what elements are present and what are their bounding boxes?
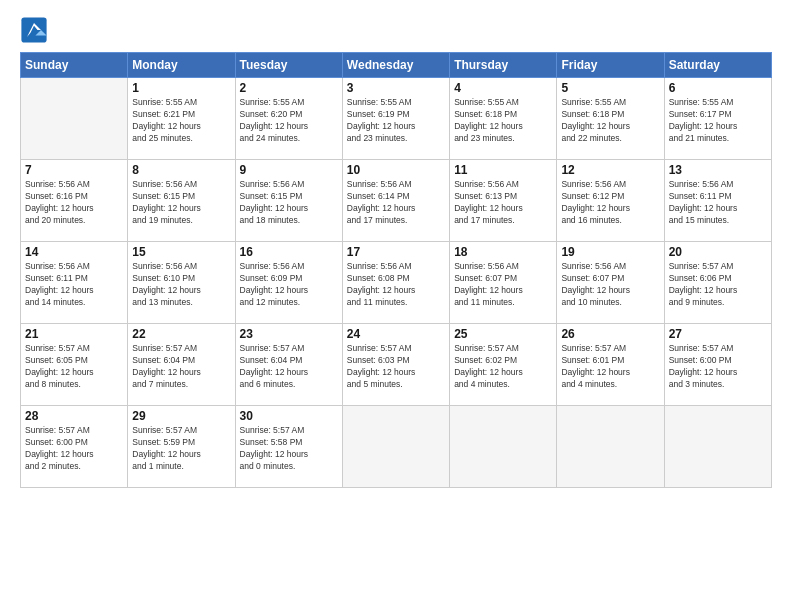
calendar-cell <box>664 406 771 488</box>
calendar-cell: 28Sunrise: 5:57 AMSunset: 6:00 PMDayligh… <box>21 406 128 488</box>
calendar-cell: 15Sunrise: 5:56 AMSunset: 6:10 PMDayligh… <box>128 242 235 324</box>
weekday-header-tuesday: Tuesday <box>235 53 342 78</box>
calendar-cell <box>557 406 664 488</box>
logo-icon <box>20 16 48 44</box>
page: SundayMondayTuesdayWednesdayThursdayFrid… <box>0 0 792 612</box>
weekday-header-friday: Friday <box>557 53 664 78</box>
calendar-cell: 13Sunrise: 5:56 AMSunset: 6:11 PMDayligh… <box>664 160 771 242</box>
calendar-cell: 1Sunrise: 5:55 AMSunset: 6:21 PMDaylight… <box>128 78 235 160</box>
calendar-cell: 9Sunrise: 5:56 AMSunset: 6:15 PMDaylight… <box>235 160 342 242</box>
calendar-cell: 16Sunrise: 5:56 AMSunset: 6:09 PMDayligh… <box>235 242 342 324</box>
day-info: Sunrise: 5:56 AMSunset: 6:15 PMDaylight:… <box>240 179 338 227</box>
day-info: Sunrise: 5:55 AMSunset: 6:19 PMDaylight:… <box>347 97 445 145</box>
calendar-cell: 3Sunrise: 5:55 AMSunset: 6:19 PMDaylight… <box>342 78 449 160</box>
day-number: 30 <box>240 409 338 423</box>
day-info: Sunrise: 5:56 AMSunset: 6:11 PMDaylight:… <box>669 179 767 227</box>
calendar-cell: 24Sunrise: 5:57 AMSunset: 6:03 PMDayligh… <box>342 324 449 406</box>
calendar-cell <box>21 78 128 160</box>
day-number: 1 <box>132 81 230 95</box>
day-number: 8 <box>132 163 230 177</box>
day-number: 18 <box>454 245 552 259</box>
day-info: Sunrise: 5:56 AMSunset: 6:11 PMDaylight:… <box>25 261 123 309</box>
calendar-cell: 6Sunrise: 5:55 AMSunset: 6:17 PMDaylight… <box>664 78 771 160</box>
day-number: 24 <box>347 327 445 341</box>
week-row-5: 28Sunrise: 5:57 AMSunset: 6:00 PMDayligh… <box>21 406 772 488</box>
day-number: 22 <box>132 327 230 341</box>
day-info: Sunrise: 5:56 AMSunset: 6:12 PMDaylight:… <box>561 179 659 227</box>
day-info: Sunrise: 5:56 AMSunset: 6:14 PMDaylight:… <box>347 179 445 227</box>
calendar-table: SundayMondayTuesdayWednesdayThursdayFrid… <box>20 52 772 488</box>
day-number: 25 <box>454 327 552 341</box>
calendar-cell: 22Sunrise: 5:57 AMSunset: 6:04 PMDayligh… <box>128 324 235 406</box>
week-row-1: 1Sunrise: 5:55 AMSunset: 6:21 PMDaylight… <box>21 78 772 160</box>
day-info: Sunrise: 5:56 AMSunset: 6:15 PMDaylight:… <box>132 179 230 227</box>
day-info: Sunrise: 5:57 AMSunset: 6:02 PMDaylight:… <box>454 343 552 391</box>
calendar-cell: 12Sunrise: 5:56 AMSunset: 6:12 PMDayligh… <box>557 160 664 242</box>
day-info: Sunrise: 5:55 AMSunset: 6:20 PMDaylight:… <box>240 97 338 145</box>
day-info: Sunrise: 5:57 AMSunset: 6:04 PMDaylight:… <box>132 343 230 391</box>
week-row-3: 14Sunrise: 5:56 AMSunset: 6:11 PMDayligh… <box>21 242 772 324</box>
day-info: Sunrise: 5:56 AMSunset: 6:13 PMDaylight:… <box>454 179 552 227</box>
calendar-cell: 2Sunrise: 5:55 AMSunset: 6:20 PMDaylight… <box>235 78 342 160</box>
calendar-cell: 27Sunrise: 5:57 AMSunset: 6:00 PMDayligh… <box>664 324 771 406</box>
calendar-cell: 18Sunrise: 5:56 AMSunset: 6:07 PMDayligh… <box>450 242 557 324</box>
weekday-header-monday: Monday <box>128 53 235 78</box>
day-number: 12 <box>561 163 659 177</box>
day-info: Sunrise: 5:57 AMSunset: 5:58 PMDaylight:… <box>240 425 338 473</box>
calendar-cell: 19Sunrise: 5:56 AMSunset: 6:07 PMDayligh… <box>557 242 664 324</box>
day-info: Sunrise: 5:57 AMSunset: 5:59 PMDaylight:… <box>132 425 230 473</box>
calendar-cell: 4Sunrise: 5:55 AMSunset: 6:18 PMDaylight… <box>450 78 557 160</box>
day-number: 27 <box>669 327 767 341</box>
day-number: 2 <box>240 81 338 95</box>
day-info: Sunrise: 5:55 AMSunset: 6:18 PMDaylight:… <box>454 97 552 145</box>
day-number: 5 <box>561 81 659 95</box>
day-number: 28 <box>25 409 123 423</box>
calendar-cell: 10Sunrise: 5:56 AMSunset: 6:14 PMDayligh… <box>342 160 449 242</box>
calendar-cell: 23Sunrise: 5:57 AMSunset: 6:04 PMDayligh… <box>235 324 342 406</box>
weekday-header-row: SundayMondayTuesdayWednesdayThursdayFrid… <box>21 53 772 78</box>
day-info: Sunrise: 5:55 AMSunset: 6:21 PMDaylight:… <box>132 97 230 145</box>
day-info: Sunrise: 5:56 AMSunset: 6:08 PMDaylight:… <box>347 261 445 309</box>
weekday-header-wednesday: Wednesday <box>342 53 449 78</box>
day-number: 19 <box>561 245 659 259</box>
day-number: 3 <box>347 81 445 95</box>
day-info: Sunrise: 5:57 AMSunset: 6:00 PMDaylight:… <box>669 343 767 391</box>
week-row-4: 21Sunrise: 5:57 AMSunset: 6:05 PMDayligh… <box>21 324 772 406</box>
day-number: 23 <box>240 327 338 341</box>
day-number: 17 <box>347 245 445 259</box>
day-number: 14 <box>25 245 123 259</box>
calendar-cell: 14Sunrise: 5:56 AMSunset: 6:11 PMDayligh… <box>21 242 128 324</box>
calendar-cell: 26Sunrise: 5:57 AMSunset: 6:01 PMDayligh… <box>557 324 664 406</box>
day-info: Sunrise: 5:55 AMSunset: 6:17 PMDaylight:… <box>669 97 767 145</box>
calendar-cell: 5Sunrise: 5:55 AMSunset: 6:18 PMDaylight… <box>557 78 664 160</box>
calendar-cell: 17Sunrise: 5:56 AMSunset: 6:08 PMDayligh… <box>342 242 449 324</box>
svg-rect-0 <box>21 17 46 42</box>
header <box>20 16 772 44</box>
day-number: 6 <box>669 81 767 95</box>
weekday-header-saturday: Saturday <box>664 53 771 78</box>
day-info: Sunrise: 5:56 AMSunset: 6:07 PMDaylight:… <box>454 261 552 309</box>
day-number: 13 <box>669 163 767 177</box>
day-info: Sunrise: 5:57 AMSunset: 6:03 PMDaylight:… <box>347 343 445 391</box>
calendar-cell: 21Sunrise: 5:57 AMSunset: 6:05 PMDayligh… <box>21 324 128 406</box>
day-number: 21 <box>25 327 123 341</box>
calendar-cell: 29Sunrise: 5:57 AMSunset: 5:59 PMDayligh… <box>128 406 235 488</box>
calendar-cell: 25Sunrise: 5:57 AMSunset: 6:02 PMDayligh… <box>450 324 557 406</box>
day-info: Sunrise: 5:56 AMSunset: 6:10 PMDaylight:… <box>132 261 230 309</box>
weekday-header-sunday: Sunday <box>21 53 128 78</box>
calendar-cell: 7Sunrise: 5:56 AMSunset: 6:16 PMDaylight… <box>21 160 128 242</box>
day-number: 9 <box>240 163 338 177</box>
calendar-cell <box>342 406 449 488</box>
logo <box>20 16 52 44</box>
calendar-cell <box>450 406 557 488</box>
day-info: Sunrise: 5:57 AMSunset: 6:05 PMDaylight:… <box>25 343 123 391</box>
day-info: Sunrise: 5:57 AMSunset: 6:06 PMDaylight:… <box>669 261 767 309</box>
day-info: Sunrise: 5:57 AMSunset: 6:00 PMDaylight:… <box>25 425 123 473</box>
day-info: Sunrise: 5:57 AMSunset: 6:04 PMDaylight:… <box>240 343 338 391</box>
day-number: 16 <box>240 245 338 259</box>
calendar-cell: 30Sunrise: 5:57 AMSunset: 5:58 PMDayligh… <box>235 406 342 488</box>
week-row-2: 7Sunrise: 5:56 AMSunset: 6:16 PMDaylight… <box>21 160 772 242</box>
calendar-cell: 8Sunrise: 5:56 AMSunset: 6:15 PMDaylight… <box>128 160 235 242</box>
calendar-cell: 20Sunrise: 5:57 AMSunset: 6:06 PMDayligh… <box>664 242 771 324</box>
day-number: 4 <box>454 81 552 95</box>
